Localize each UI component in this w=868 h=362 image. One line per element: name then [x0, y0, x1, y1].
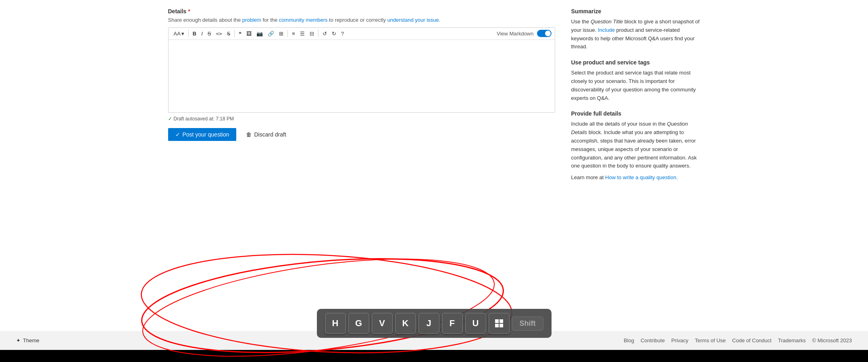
toggle-knob: [545, 31, 551, 36]
full-details-heading: Provide full details: [571, 110, 700, 117]
aa-label: AA: [174, 31, 181, 37]
footer-copyright: © Microsoft 2023: [812, 337, 852, 343]
key-g[interactable]: G: [348, 313, 369, 334]
issue-link[interactable]: issue: [427, 17, 439, 23]
key-shift[interactable]: Shift: [512, 316, 543, 331]
community-link[interactable]: community members: [279, 17, 328, 23]
quality-question-link[interactable]: How to write a quality question.: [605, 174, 678, 180]
understand-link[interactable]: understand: [387, 17, 414, 23]
summarize-text: Use the Question Title block to give a s…: [571, 18, 700, 51]
action-buttons: ✓ Post your question 🗑 Discard draft: [168, 128, 555, 141]
footer-trademarks-link[interactable]: Trademarks: [778, 337, 806, 343]
page-wrapper: Details * Share enough details about the…: [0, 0, 868, 362]
toolbar-redo[interactable]: ↻: [330, 29, 338, 38]
toolbar-help[interactable]: ?: [339, 29, 346, 38]
editor-container: AA ▾ B I S <> S̶ ❝ 🖼 📷 🔗 ⊞ ≡: [168, 27, 555, 113]
check-icon: ✓: [168, 116, 172, 122]
footer-blog-link[interactable]: Blog: [624, 337, 634, 343]
toolbar-table[interactable]: ⊞: [277, 29, 285, 38]
trash-icon: 🗑: [246, 131, 252, 138]
editor-toolbar: AA ▾ B I S <> S̶ ❝ 🖼 📷 🔗 ⊞ ≡: [169, 28, 555, 40]
left-panel: Details * Share enough details about the…: [168, 0, 555, 331]
sep1: [188, 30, 189, 37]
your-link[interactable]: your: [415, 17, 425, 23]
theme-label: Theme: [23, 337, 39, 343]
toolbar-quote[interactable]: ❝: [237, 29, 244, 38]
keyboard-overlay: H G V K J F U Shift: [317, 309, 552, 338]
key-v[interactable]: V: [372, 313, 393, 334]
summarize-heading: Summarize: [571, 8, 700, 14]
key-k[interactable]: K: [395, 313, 416, 334]
view-markdown-section: View Markdown: [497, 30, 552, 37]
sep4: [318, 30, 318, 37]
toolbar-strikethrough[interactable]: S: [206, 29, 213, 38]
key-u[interactable]: U: [465, 313, 486, 334]
learn-more-text: Learn more at How to write a quality que…: [571, 174, 700, 182]
view-markdown-label: View Markdown: [497, 31, 534, 37]
svg-rect-1: [500, 319, 503, 323]
windows-icon: [494, 319, 504, 328]
details-label-text: Details: [168, 8, 187, 14]
svg-rect-3: [500, 324, 503, 327]
checkmark-icon: ✓: [175, 131, 180, 138]
editor-body[interactable]: [169, 40, 555, 112]
required-marker: *: [188, 8, 190, 14]
svg-rect-2: [495, 324, 499, 327]
discard-draft-label: Discard draft: [254, 131, 286, 138]
use-tags-heading: Use product and service tags: [571, 59, 700, 66]
sun-icon: ✦: [16, 337, 21, 343]
footer-code-of-conduct-link[interactable]: Code of Conduct: [732, 337, 772, 343]
black-bar: [0, 350, 868, 362]
toolbar-indent[interactable]: ⊟: [308, 29, 316, 38]
toolbar-undo[interactable]: ↺: [321, 29, 329, 38]
footer-links: Blog Contribute Privacy Terms of Use Cod…: [624, 337, 852, 343]
right-panel: Summarize Use the Question Title block t…: [571, 0, 700, 331]
key-j[interactable]: J: [418, 313, 439, 334]
problem-link[interactable]: problem: [242, 17, 261, 23]
draft-status-text: Draft autosaved at: 7:18 PM: [174, 116, 234, 122]
view-markdown-toggle[interactable]: [537, 30, 552, 37]
toolbar-photo[interactable]: 📷: [254, 29, 265, 38]
post-question-button[interactable]: ✓ Post your question: [168, 128, 237, 141]
key-windows[interactable]: [489, 313, 510, 334]
post-question-label: Post your question: [183, 131, 229, 138]
toolbar-font-size[interactable]: AA ▾: [172, 29, 186, 38]
full-details-text: Include all the details of your issue in…: [571, 120, 700, 170]
discard-draft-button[interactable]: 🗑 Discard draft: [241, 128, 291, 141]
toolbar-unordered-list[interactable]: ☰: [298, 29, 307, 38]
toolbar-more[interactable]: S̶: [225, 29, 232, 38]
footer-contribute-link[interactable]: Contribute: [641, 337, 665, 343]
footer-privacy-link[interactable]: Privacy: [671, 337, 689, 343]
dropdown-arrow: ▾: [181, 31, 184, 37]
sep3: [287, 30, 288, 37]
theme-toggle[interactable]: ✦ Theme: [16, 337, 39, 343]
toolbar-code[interactable]: <>: [214, 29, 225, 38]
key-f[interactable]: F: [442, 313, 463, 334]
key-h[interactable]: H: [325, 313, 346, 334]
toolbar-ordered-list[interactable]: ≡: [290, 29, 297, 38]
svg-rect-0: [495, 319, 499, 323]
toolbar-link[interactable]: 🔗: [266, 29, 276, 38]
toolbar-image[interactable]: 🖼: [244, 29, 254, 38]
footer-terms-link[interactable]: Terms of Use: [695, 337, 726, 343]
include-link[interactable]: Include: [598, 27, 615, 33]
details-description: Share enough details about the problem f…: [168, 16, 555, 24]
main-content: Details * Share enough details about the…: [152, 0, 716, 331]
sep2: [234, 30, 235, 37]
toolbar-italic[interactable]: I: [199, 29, 205, 38]
use-tags-text: Select the product and service tags that…: [571, 69, 700, 102]
draft-status: ✓ Draft autosaved at: 7:18 PM: [168, 116, 555, 122]
toolbar-bold[interactable]: B: [191, 29, 198, 38]
details-label: Details *: [168, 8, 555, 14]
